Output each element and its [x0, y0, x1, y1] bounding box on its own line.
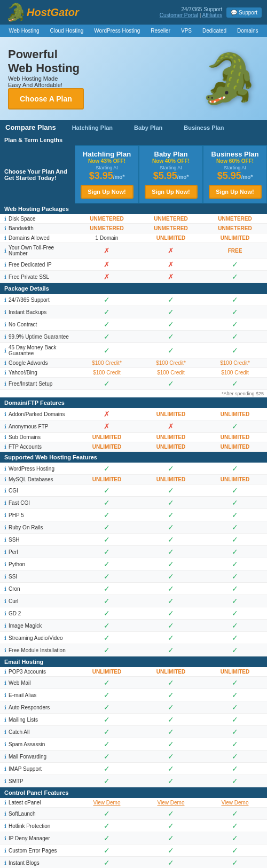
php5-h: ✓: [75, 509, 139, 521]
sl-h: ✓: [75, 808, 139, 820]
s247-biz: ✓: [203, 294, 267, 306]
cgi-b: ✓: [139, 484, 203, 497]
ftp-h: UNLIMITED: [75, 442, 139, 452]
main-grid: Plan & Term Lengths Choose Your Plan And…: [0, 135, 267, 868]
mf-b: ✓: [139, 750, 203, 763]
hatchling-name: Hatchling Plan: [77, 150, 136, 158]
addon-parked-label: ℹAddon/Parked Domains: [0, 408, 75, 420]
nav-vps[interactable]: VPS: [176, 25, 197, 37]
hl-biz: ✓: [203, 820, 267, 832]
ssh-b: ✓: [139, 534, 203, 546]
customer-portal-link[interactable]: Customer Portal: [160, 12, 198, 18]
disk-b: UNMETERED: [139, 214, 203, 224]
hero-mascot: 🐊: [199, 51, 259, 107]
ar-b: ✓: [139, 701, 203, 714]
ea-biz: ✓: [203, 689, 267, 701]
tab-baby[interactable]: Baby Plan: [134, 124, 162, 131]
mi-h: ✓: [75, 644, 139, 656]
yb-b: $100 Credit: [139, 368, 203, 378]
custom-error-label: ℹCustom Error Pages: [0, 844, 75, 857]
nav-domains[interactable]: Domains: [232, 25, 263, 37]
ga-biz: $100 Credit*: [203, 358, 267, 368]
cron-b: ✓: [139, 583, 203, 595]
nc-b: ✓: [139, 318, 203, 331]
no-contract-label: ℹNo Contract: [0, 318, 75, 331]
business-price: $5.95/mo*: [206, 170, 264, 182]
top-right: 24/7/365 Support Customer Portal | Affil…: [160, 6, 262, 18]
sa-biz: ✓: [203, 738, 267, 750]
im-h: ✓: [75, 620, 139, 632]
support247-label: ℹ24/7/365 Support: [0, 294, 75, 306]
nav-web-hosting[interactable]: Web Hosting: [3, 25, 44, 37]
ib-b: ✓: [139, 306, 203, 318]
wm-b: ✓: [139, 677, 203, 689]
python-b: ✓: [139, 558, 203, 570]
hotlink-label: ℹHotlink Protection: [0, 820, 75, 832]
yahoo-bing-label: ℹYahoo!/Bing: [0, 368, 75, 378]
tab-hatchling[interactable]: Hatchling Plan: [72, 124, 113, 131]
support-button[interactable]: 💬 Support: [226, 7, 262, 18]
brand-name: HostGator: [27, 6, 79, 19]
nav-cloud-hosting[interactable]: Cloud Hosting: [45, 25, 89, 37]
s247-h: ✓: [75, 294, 139, 306]
mail-forwarding-label: ℹMail Forwarding: [0, 750, 75, 763]
pop3-h: UNLIMITED: [75, 667, 139, 677]
cron-label: ℹCron: [0, 583, 75, 595]
smtp-label: ℹSMTP: [0, 775, 75, 787]
private-ssl-h: ✗: [75, 271, 139, 283]
nc-biz: ✓: [203, 318, 267, 331]
instant-backups-label: ℹInstant Backups: [0, 306, 75, 318]
tab-business[interactable]: Business Plan: [184, 124, 224, 131]
perl-b: ✓: [139, 546, 203, 558]
business-name: Business Plan: [206, 150, 264, 158]
domain-ftp-header: Domain/FTP Features: [0, 397, 267, 408]
ce-b: ✓: [139, 844, 203, 857]
ruby-biz: ✓: [203, 521, 267, 534]
baby-header: Baby Plan Now 40% OFF! Starting At $5.95…: [139, 145, 203, 204]
bw-h: UNMETERED: [75, 224, 139, 233]
cgi-biz: ✓: [203, 484, 267, 497]
ca-biz: ✓: [203, 726, 267, 738]
hl-h: ✓: [75, 820, 139, 832]
ibl-h: ✓: [75, 857, 139, 868]
spam-assassin-label: ℹSpam Assassin: [0, 738, 75, 750]
tollfree-biz: FREE: [203, 243, 267, 259]
plan-term-header: Plan & Term Lengths: [0, 135, 267, 145]
bandwidth-label: ℹBandwidth: [0, 224, 75, 233]
business-signup-button[interactable]: Sign Up Now!: [209, 185, 262, 199]
smtp-biz: ✓: [203, 775, 267, 787]
baby-signup-button[interactable]: Sign Up Now!: [145, 185, 198, 199]
autoresponders-label: ℹAuto Responders: [0, 701, 75, 714]
cron-biz: ✓: [203, 583, 267, 595]
baby-starting: Starting At: [142, 165, 200, 170]
hatchling-discount: Now 43% OFF!: [77, 158, 136, 164]
ap-h: ✗: [75, 408, 139, 420]
cgi-h: ✓: [75, 484, 139, 497]
catchall-label: ℹCatch All: [0, 726, 75, 738]
mb-h: ✓: [75, 343, 139, 358]
nav-wordpress-hosting[interactable]: WordPress Hosting: [89, 25, 145, 37]
up-h: ✓: [75, 331, 139, 343]
wm-biz: ✓: [203, 677, 267, 689]
hero-content: PowerfulWeb Hosting Web Hosting MadeEasy…: [8, 48, 84, 110]
wp-b: ✓: [139, 463, 203, 475]
hatchling-signup-button[interactable]: Sign Up Now!: [81, 185, 134, 199]
streaming-label: ℹStreaming Audio/Video: [0, 632, 75, 644]
domains-biz: UNLIMITED: [203, 233, 267, 243]
affiliates-link[interactable]: Affiliates: [202, 12, 223, 18]
imap-label: ℹIMAP Support: [0, 763, 75, 775]
nav-dedicated[interactable]: Dedicated: [197, 25, 232, 37]
free-instant-setup-label: ℹFree/Instant Setup: [0, 378, 75, 390]
choose-plan-button[interactable]: Choose A Plan: [8, 88, 84, 110]
fcgi-b: ✓: [139, 497, 203, 509]
id-biz: ✓: [203, 832, 267, 844]
nav-reseller[interactable]: Reseller: [145, 25, 176, 37]
ftp-biz: UNLIMITED: [203, 442, 267, 452]
yb-h: $100 Credit: [75, 368, 139, 378]
ml-biz: ✓: [203, 714, 267, 726]
mi-biz: ✓: [203, 644, 267, 656]
email-alias-label: ℹE-mail Alias: [0, 689, 75, 701]
up-biz: ✓: [203, 331, 267, 343]
fis-biz: ✓: [203, 378, 267, 390]
im-b: ✓: [139, 620, 203, 632]
